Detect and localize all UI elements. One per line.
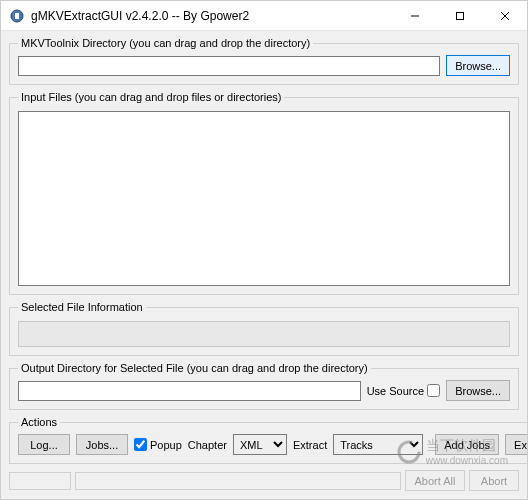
use-source-label: Use Source <box>367 385 424 397</box>
selected-info-box <box>18 321 510 347</box>
svg-rect-3 <box>456 12 463 19</box>
selected-info-legend: Selected File Information <box>18 301 146 313</box>
mkvtoolnix-browse-button[interactable]: Browse... <box>446 55 510 76</box>
footer-progress-cell <box>75 472 401 490</box>
extract-button[interactable]: Extract <box>505 434 527 455</box>
input-files-list[interactable] <box>18 111 510 286</box>
log-button[interactable]: Log... <box>18 434 70 455</box>
mkvtoolnix-legend: MKVToolnix Directory (you can drag and d… <box>18 37 313 49</box>
output-dir-group: Output Directory for Selected File (you … <box>9 362 519 410</box>
output-dir-input[interactable] <box>18 381 361 401</box>
app-window: gMKVExtractGUI v2.4.2.0 -- By Gpower2 MK… <box>0 0 528 500</box>
abort-all-button[interactable]: Abort All <box>405 470 465 491</box>
add-jobs-button[interactable]: Add Jobs <box>435 434 499 455</box>
svg-rect-1 <box>15 13 19 19</box>
actions-legend: Actions <box>18 416 60 428</box>
output-dir-legend: Output Directory for Selected File (you … <box>18 362 371 374</box>
input-files-legend: Input Files (you can drag and drop files… <box>18 91 284 103</box>
use-source-check-input[interactable] <box>427 384 440 397</box>
output-browse-button[interactable]: Browse... <box>446 380 510 401</box>
use-source-checkbox[interactable]: Use Source <box>367 384 440 397</box>
popup-label: Popup <box>150 439 182 451</box>
input-files-group: Input Files (you can drag and drop files… <box>9 91 519 295</box>
jobs-button[interactable]: Jobs... <box>76 434 128 455</box>
minimize-button[interactable] <box>392 1 437 30</box>
maximize-button[interactable] <box>437 1 482 30</box>
close-button[interactable] <box>482 1 527 30</box>
extract-mode-label: Extract <box>293 439 327 451</box>
app-icon <box>9 8 25 24</box>
mkvtoolnix-dir-input[interactable] <box>18 56 440 76</box>
window-title: gMKVExtractGUI v2.4.2.0 -- By Gpower2 <box>31 9 392 23</box>
popup-checkbox[interactable]: Popup <box>134 438 182 451</box>
chapter-label: Chapter <box>188 439 227 451</box>
titlebar: gMKVExtractGUI v2.4.2.0 -- By Gpower2 <box>1 1 527 31</box>
footer-status-cell <box>9 472 71 490</box>
popup-check-input[interactable] <box>134 438 147 451</box>
mkvtoolnix-group: MKVToolnix Directory (you can drag and d… <box>9 37 519 85</box>
extract-mode-combo[interactable]: Tracks <box>333 434 423 455</box>
abort-button[interactable]: Abort <box>469 470 519 491</box>
chapter-combo[interactable]: XML <box>233 434 287 455</box>
client-area: MKVToolnix Directory (you can drag and d… <box>1 31 527 499</box>
window-controls <box>392 1 527 30</box>
actions-group: Actions Log... Jobs... Popup Chapter XML… <box>9 416 527 464</box>
selected-info-group: Selected File Information <box>9 301 519 356</box>
